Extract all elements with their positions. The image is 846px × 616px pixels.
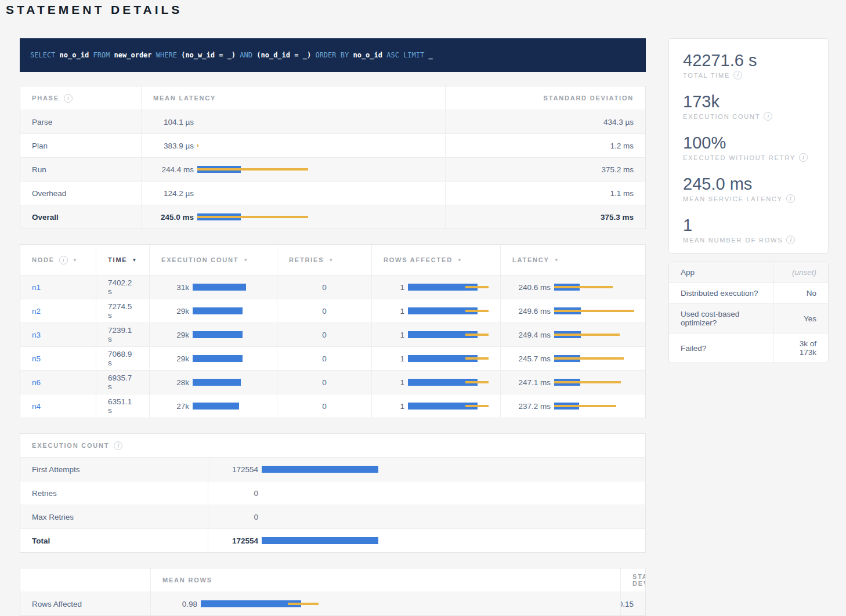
count-bar-chart: [193, 378, 241, 387]
bar-mean-segment: [201, 600, 301, 607]
mean-latency-value: 244.4 ms: [153, 165, 194, 174]
rows-affected-cell: 1: [371, 299, 500, 323]
table-row: n37239.1 s29k01249.4 ms: [20, 323, 645, 346]
latency-cell: 237.2 ms: [500, 394, 645, 418]
latency-value: 249.6 ms: [512, 307, 551, 316]
info-icon[interactable]: i: [59, 256, 68, 264]
info-icon[interactable]: i: [786, 194, 795, 203]
main-content: SELECT no_o_id FROM new_order WHERE (no_…: [20, 38, 646, 616]
bar-stddev-segment: [465, 286, 489, 288]
retries-value: 0: [277, 371, 371, 394]
node-table: NODEi▼TIME▼EXECUTION COUNT▼RETRIES▼ROWS …: [20, 244, 646, 418]
phase-label: Overhead: [20, 182, 141, 205]
latency-bar-chart: [197, 165, 308, 174]
exec-count-cell: 31k: [149, 276, 277, 299]
node-link[interactable]: n1: [32, 283, 41, 292]
node-link[interactable]: n2: [32, 307, 41, 316]
count-bar-chart: [193, 354, 243, 363]
count-bar-chart: [193, 330, 243, 339]
stat-label: MEAN NUMBER OF ROWSi: [683, 235, 814, 244]
column-header-label: NODE: [32, 256, 55, 263]
phase-label: Overall: [20, 205, 141, 229]
exec-value-cell: 0: [208, 481, 645, 505]
column-header[interactable]: ROWS AFFECTED▼: [371, 245, 500, 275]
attribute-value: 3k of 173k: [773, 334, 828, 363]
bar-stddev-segment: [465, 334, 489, 336]
stat-value: 173k: [683, 92, 814, 111]
stat-value: 42271.6 s: [683, 50, 814, 70]
summary-stat: 42271.6 sTOTAL TIMEi: [683, 50, 814, 79]
sql-identifier: (no_d_id = _): [256, 51, 311, 59]
table-row: Run244.4 ms375.2 ms: [20, 157, 645, 181]
stat-label-text: MEAN SERVICE LATENCY: [683, 195, 783, 202]
info-icon[interactable]: i: [764, 112, 772, 121]
rows-table-header: MEAN ROWSSTANDARD DEVIATION: [20, 568, 645, 592]
exec-count-cell: 27k: [149, 394, 277, 418]
exec-count-value: 172554: [220, 465, 258, 474]
column-header[interactable]: NODEi▼: [20, 245, 96, 275]
node-link[interactable]: n3: [32, 331, 41, 339]
info-icon[interactable]: i: [799, 153, 808, 162]
exec-count-value: 29k: [161, 354, 189, 363]
latency-cell: 240.6 ms: [500, 276, 645, 299]
mean-latency-value: 104.1 µs: [153, 118, 194, 126]
sort-arrow-icon[interactable]: ▼: [328, 258, 334, 263]
sort-arrow-icon[interactable]: ▼: [243, 258, 249, 263]
bar-stddev-segment: [465, 310, 489, 312]
table-row: Rows Affected0.980.15: [20, 592, 645, 615]
attribute-value: (unset): [773, 262, 828, 282]
std-dev-value: 375.3 ms: [445, 205, 645, 229]
column-header[interactable]: EXECUTION COUNT▼: [149, 245, 277, 275]
bar-stddev-segment: [197, 168, 308, 171]
std-dev-value: 375.2 ms: [445, 158, 645, 181]
sort-arrow-icon[interactable]: ▼: [132, 258, 138, 263]
sort-arrow-icon[interactable]: ▼: [554, 258, 560, 263]
node-cell: n3: [20, 323, 96, 346]
time-value: 6935.7 s: [96, 371, 149, 394]
column-header: [20, 568, 150, 592]
node-link[interactable]: n5: [32, 354, 41, 363]
retries-value: 0: [277, 347, 371, 370]
phase-label: Plan: [20, 134, 141, 157]
column-header[interactable]: TIME▼: [96, 245, 149, 275]
table-row: First Attempts172554: [20, 457, 645, 481]
page-title: STATEMENT DETAILS: [6, 3, 182, 17]
rows-affected-table: MEAN ROWSSTANDARD DEVIATIONRows Affected…: [20, 568, 646, 616]
attribute-row: Failed?3k of 173k: [669, 333, 828, 363]
stat-value: 100%: [683, 133, 814, 153]
phase-mean-cell: 104.1 µs: [141, 110, 445, 133]
exec-row-label: Retries: [20, 481, 208, 505]
column-header: MEAN ROWS: [150, 568, 620, 592]
node-table-header: NODEi▼TIME▼EXECUTION COUNT▼RETRIES▼ROWS …: [20, 245, 645, 275]
info-icon[interactable]: i: [786, 235, 795, 244]
column-header[interactable]: RETRIES▼: [277, 245, 371, 275]
retries-value: 0: [277, 276, 371, 299]
column-header: MEAN LATENCY: [141, 86, 445, 110]
info-icon[interactable]: i: [64, 94, 73, 103]
bar-stddev-segment: [288, 603, 319, 605]
table-row: Overall245.0 ms375.3 ms: [20, 205, 645, 229]
latency-bar-chart: [554, 401, 616, 411]
node-cell: n4: [20, 394, 96, 418]
rows-affected-value: 1: [384, 283, 404, 292]
column-header[interactable]: LATENCY▼: [500, 245, 645, 275]
column-header: STANDARD DEVIATION: [620, 568, 645, 592]
bar-stddev-segment: [197, 144, 198, 147]
sql-identifier: (no_w_id = _): [181, 51, 236, 59]
latency-value: 245.7 ms: [512, 354, 551, 363]
column-header: PHASEi: [20, 86, 141, 110]
exec-count-value: 29k: [161, 331, 189, 339]
rows-bar-chart: [408, 378, 489, 387]
attribute-row: Used cost-based optimizer?Yes: [669, 303, 828, 333]
info-icon[interactable]: i: [733, 71, 742, 79]
stat-value: 1: [683, 215, 814, 235]
statement-attributes-card: App(unset)Distributed execution?NoUsed c…: [668, 262, 829, 363]
info-icon[interactable]: i: [114, 441, 122, 450]
sort-arrow-icon[interactable]: ▼: [457, 258, 463, 263]
node-link[interactable]: n6: [32, 378, 41, 387]
sql-keyword: ASC LIMIT: [386, 51, 424, 59]
node-link[interactable]: n4: [32, 402, 41, 411]
table-row: n66935.7 s28k01247.1 ms: [20, 370, 645, 394]
sort-arrow-icon[interactable]: ▼: [73, 258, 78, 263]
bar-mean-segment: [193, 331, 243, 338]
